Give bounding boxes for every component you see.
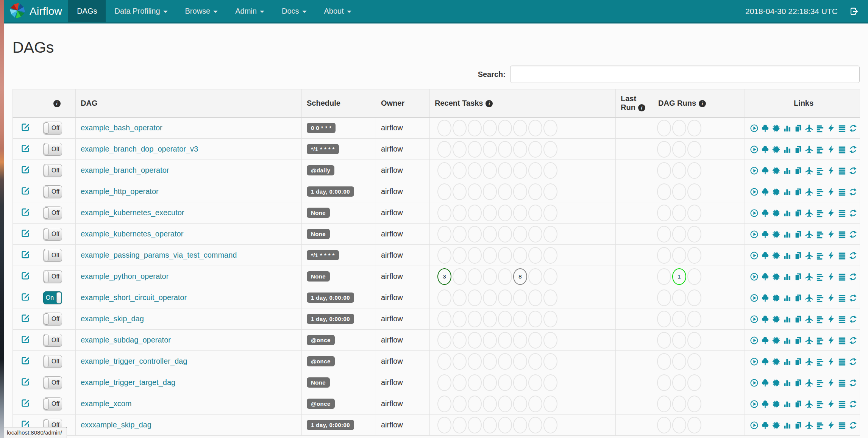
graph-view-icon[interactable] [772,357,781,366]
brand[interactable]: Airflow [4,0,68,22]
graph-view-icon[interactable] [772,188,781,196]
code-view-icon[interactable] [827,357,835,366]
edit-dag-button[interactable] [20,334,30,344]
edit-dag-button[interactable] [20,186,30,196]
gantt-view-icon[interactable] [816,294,824,302]
edit-dag-button[interactable] [20,377,30,386]
dag-name-link[interactable]: example_python_operator [81,272,169,280]
trigger-dag-icon[interactable] [750,379,759,387]
trigger-dag-icon[interactable] [750,400,759,408]
graph-view-icon[interactable] [772,251,781,260]
landing-times-icon[interactable] [805,124,813,133]
edit-dag-button[interactable] [20,271,30,280]
refresh-icon[interactable] [849,336,857,345]
nav-item-dags[interactable]: DAGs [68,0,106,22]
refresh-icon[interactable] [849,421,857,430]
logs-icon[interactable] [838,124,846,133]
task-tries-icon[interactable] [794,421,802,430]
task-duration-icon[interactable] [783,166,792,175]
landing-times-icon[interactable] [805,166,813,175]
graph-view-icon[interactable] [772,124,781,133]
gantt-view-icon[interactable] [816,336,824,345]
gantt-view-icon[interactable] [816,251,824,260]
landing-times-icon[interactable] [805,400,813,408]
landing-times-icon[interactable] [805,379,813,387]
code-view-icon[interactable] [827,400,835,408]
tree-view-icon[interactable] [761,315,770,324]
refresh-icon[interactable] [849,124,857,133]
tree-view-icon[interactable] [761,188,770,196]
task-duration-icon[interactable] [783,400,792,408]
dag-run-state-circle[interactable]: 1 [672,268,686,285]
code-view-icon[interactable] [827,294,835,302]
edit-dag-button[interactable] [20,122,30,132]
edit-dag-button[interactable] [20,143,30,153]
task-tries-icon[interactable] [794,336,802,345]
refresh-icon[interactable] [849,357,857,366]
refresh-icon[interactable] [849,294,857,302]
task-duration-icon[interactable] [783,421,792,430]
tree-view-icon[interactable] [761,166,770,175]
code-view-icon[interactable] [827,251,835,260]
task-duration-icon[interactable] [783,336,792,345]
refresh-icon[interactable] [849,230,857,239]
task-duration-icon[interactable] [783,379,792,387]
graph-view-icon[interactable] [772,336,781,345]
dag-pause-toggle[interactable]: Off [43,397,62,410]
dag-name-link[interactable]: example_passing_params_via_test_command [81,251,237,259]
task-duration-icon[interactable] [783,315,792,324]
tree-view-icon[interactable] [761,421,770,430]
dag-pause-toggle[interactable]: Off [43,270,62,283]
graph-view-icon[interactable] [772,421,781,430]
edit-dag-button[interactable] [20,313,30,323]
tree-view-icon[interactable] [761,251,770,260]
landing-times-icon[interactable] [805,145,813,154]
task-duration-icon[interactable] [783,188,792,196]
landing-times-icon[interactable] [805,421,813,430]
dag-name-link[interactable]: exxxample_skip_dag [81,421,151,429]
code-view-icon[interactable] [827,166,835,175]
dag-pause-toggle[interactable]: Off [43,334,62,347]
refresh-icon[interactable] [849,145,857,154]
trigger-dag-icon[interactable] [750,124,759,133]
task-tries-icon[interactable] [794,230,802,239]
trigger-dag-icon[interactable] [750,166,759,175]
code-view-icon[interactable] [827,272,835,281]
nav-item-data-profiling[interactable]: Data Profiling [106,0,176,22]
dag-name-link[interactable]: example_trigger_target_dag [81,378,175,386]
gantt-view-icon[interactable] [816,124,824,133]
dag-name-link[interactable]: example_kubernetes_executor [81,208,184,217]
edit-dag-button[interactable] [20,228,30,238]
logs-icon[interactable] [838,400,846,408]
code-view-icon[interactable] [827,124,835,133]
graph-view-icon[interactable] [772,294,781,302]
task-tries-icon[interactable] [794,294,802,302]
trigger-dag-icon[interactable] [750,230,759,239]
graph-view-icon[interactable] [772,166,781,175]
gantt-view-icon[interactable] [816,272,824,281]
tree-view-icon[interactable] [761,272,770,281]
gantt-view-icon[interactable] [816,166,824,175]
dag-name-link[interactable]: example_kubernetes_operator [81,230,183,238]
dag-pause-toggle[interactable]: Off [43,376,62,389]
dag-name-link[interactable]: example_skip_dag [81,314,144,323]
tree-view-icon[interactable] [761,124,770,133]
landing-times-icon[interactable] [805,272,813,281]
task-tries-icon[interactable] [794,166,802,175]
graph-view-icon[interactable] [772,315,781,324]
code-view-icon[interactable] [827,188,835,196]
logs-icon[interactable] [838,188,846,196]
dag-pause-toggle[interactable]: Off [43,313,62,325]
nav-item-docs[interactable]: Docs [273,0,315,22]
dag-pause-toggle[interactable]: Off [43,228,62,241]
tree-view-icon[interactable] [761,336,770,345]
task-tries-icon[interactable] [794,188,802,196]
logs-icon[interactable] [838,209,846,217]
dag-name-link[interactable]: example_http_operator [81,187,159,196]
dag-pause-toggle[interactable]: On [43,291,62,304]
edit-dag-button[interactable] [20,164,30,174]
tree-view-icon[interactable] [761,400,770,408]
code-view-icon[interactable] [827,336,835,345]
recent-task-state-circle[interactable]: 3 [437,268,451,285]
dag-pause-toggle[interactable]: Off [43,122,62,135]
